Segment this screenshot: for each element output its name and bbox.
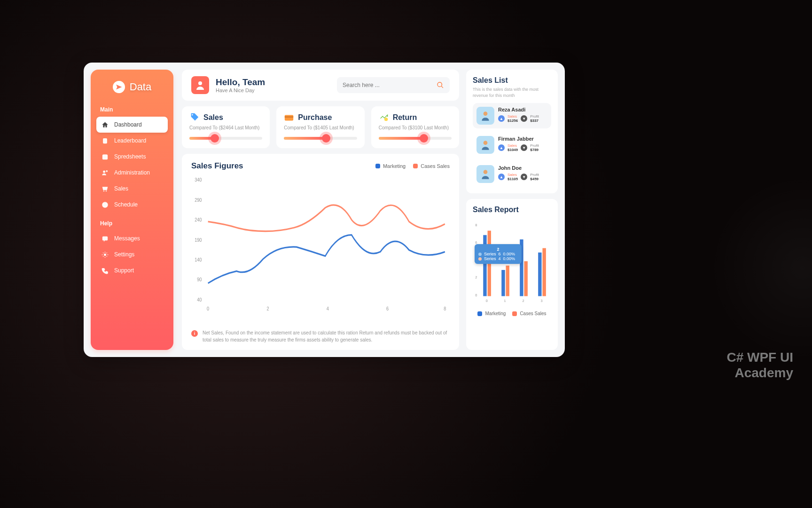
- list-item[interactable]: Firman Jabber ▲ Sales$1049 ▼ Profit$789: [473, 132, 551, 158]
- sidebar-item-administration[interactable]: Administration: [96, 165, 168, 181]
- sidebar-item-sales[interactable]: Sales: [96, 181, 168, 197]
- arrow-up-icon: ▲: [498, 115, 505, 122]
- nav-section-help: Help: [100, 220, 168, 227]
- sales-report-title: Sales Report: [473, 206, 551, 214]
- sidebar-item-spreadsheets[interactable]: Spredsheets: [96, 149, 168, 165]
- person-name: John Doe: [498, 165, 547, 171]
- list-item[interactable]: John Doe ▲ Sales$1105 ▼ Profit$459: [473, 161, 551, 187]
- svg-rect-41: [538, 253, 541, 296]
- svg-rect-1: [102, 155, 107, 159]
- list-item[interactable]: Reza Asadi ▲ Sales$1256 ▼ Profit$337: [473, 103, 551, 128]
- cart-icon: [101, 185, 109, 192]
- kpi-card-sales: Sales Compared To ($2464 Last Month): [182, 106, 270, 148]
- nav-section-main: Main: [100, 106, 168, 113]
- calendar-icon: [101, 153, 109, 160]
- kpi-sub: Compared To ($2464 Last Month): [189, 125, 262, 130]
- arrow-down-icon: ▼: [521, 174, 527, 180]
- user-avatar-icon: [476, 165, 494, 183]
- svg-text:340: 340: [195, 177, 202, 183]
- svg-text:40: 40: [197, 297, 202, 302]
- svg-text:240: 240: [195, 217, 202, 222]
- arrow-down-icon: ▼: [521, 144, 527, 151]
- legend-label: Cases Sales: [421, 163, 450, 169]
- svg-rect-8: [285, 115, 293, 121]
- kpi-slider[interactable]: [189, 137, 262, 140]
- home-icon: [101, 121, 109, 128]
- money-icon: [379, 113, 389, 122]
- legend-label: Marketing: [383, 163, 406, 169]
- brand-icon: [113, 81, 125, 93]
- svg-point-2: [103, 171, 105, 173]
- right-column: Sales List This is the sales data with t…: [466, 63, 565, 357]
- svg-point-24: [484, 141, 488, 145]
- search-box[interactable]: [337, 77, 450, 93]
- sidebar-item-label: Sales: [114, 185, 128, 192]
- kpi-sub: Compared To ($3100 Last Month): [379, 125, 452, 130]
- sidebar-item-label: Dashboard: [114, 121, 142, 128]
- sidebar-item-dashboard[interactable]: Dashboard: [96, 117, 168, 133]
- sidebar-item-messages[interactable]: Messages: [96, 230, 168, 246]
- chart-footer-note: Net Sales, Found on the income statement…: [203, 329, 450, 343]
- svg-text:6: 6: [386, 306, 389, 311]
- card-icon: [284, 113, 294, 122]
- clipboard-icon: [101, 137, 109, 144]
- sidebar-item-schedule[interactable]: Schedule: [96, 197, 168, 213]
- sidebar-item-support[interactable]: Support: [96, 262, 168, 278]
- svg-text:0: 0: [475, 293, 477, 297]
- svg-text:0: 0: [486, 299, 488, 303]
- svg-point-23: [484, 112, 488, 116]
- user-gear-icon: [101, 169, 109, 176]
- app-window: Data Main Dashboard Leaderboard Spredshe…: [84, 63, 565, 357]
- sidebar-item-settings[interactable]: Settings: [96, 246, 168, 262]
- sales-list-card: Sales List This is the sales data with t…: [466, 70, 558, 193]
- brand-text: Data: [130, 81, 151, 93]
- kpi-slider[interactable]: [284, 137, 357, 140]
- svg-text:4: 4: [327, 306, 329, 311]
- avatar: [191, 76, 209, 94]
- kpi-slider[interactable]: [379, 137, 452, 140]
- sidebar-item-label: Messages: [114, 235, 140, 242]
- bar-chart: 864 20 0123 2 Series 6 0.00% Series 4 0.…: [473, 219, 551, 308]
- watermark: C# WPF UI Academy: [726, 349, 793, 381]
- search-icon: [437, 81, 444, 89]
- line-chart: 340290240 19014090 40 024 68: [191, 175, 450, 325]
- sales-list-sub: This is the sales data with the most rev…: [473, 87, 551, 98]
- svg-text:290: 290: [195, 197, 202, 203]
- sidebar-item-label: Support: [114, 267, 134, 274]
- sidebar-item-leaderboard[interactable]: Leaderboard: [96, 133, 168, 149]
- svg-rect-37: [501, 270, 505, 296]
- kpi-card-purchase: Purchase Compared To ($1405 Last Month): [276, 106, 364, 148]
- arrow-up-icon: ▲: [498, 174, 505, 180]
- tag-icon: [189, 113, 200, 122]
- kpi-row: Sales Compared To ($2464 Last Month) Pur…: [182, 106, 459, 148]
- sales-report-card: Sales Report 864 20 0123 2: [466, 199, 558, 350]
- arrow-up-icon: ▲: [498, 144, 505, 151]
- svg-text:3: 3: [541, 299, 543, 303]
- kpi-sub: Compared To ($1405 Last Month): [284, 125, 357, 130]
- report-legend: Marketing Cases Sales: [473, 311, 551, 316]
- person-name: Firman Jabber: [498, 136, 547, 142]
- main-column: Hello, Team Have A Nice Day Sales Compar…: [173, 63, 466, 357]
- svg-point-3: [106, 170, 108, 172]
- phone-icon: [101, 267, 109, 274]
- svg-text:190: 190: [195, 237, 202, 243]
- svg-text:2: 2: [523, 299, 524, 303]
- svg-rect-40: [524, 262, 527, 296]
- arrow-down-icon: ▼: [521, 115, 527, 122]
- chart-title: Sales Figures: [191, 161, 243, 171]
- svg-point-7: [198, 81, 202, 85]
- chart-tooltip: 2 Series 6 0.00% Series 4 0.00%: [475, 244, 522, 264]
- svg-rect-5: [102, 237, 107, 240]
- svg-text:2: 2: [475, 276, 477, 280]
- search-input[interactable]: [343, 82, 437, 88]
- sidebar-item-label: Administration: [114, 169, 150, 176]
- sidebar-item-label: Spredsheets: [114, 153, 146, 160]
- tooltip-header: 2: [478, 247, 518, 252]
- page-title: Hello, Team: [216, 77, 265, 87]
- sales-figures-card: Sales Figures Marketing Cases Sales 3402…: [182, 154, 459, 350]
- svg-point-25: [484, 170, 488, 175]
- header-card: Hello, Team Have A Nice Day: [182, 70, 459, 101]
- user-avatar-icon: [476, 136, 494, 154]
- svg-text:90: 90: [197, 277, 202, 282]
- info-icon: i: [191, 330, 198, 337]
